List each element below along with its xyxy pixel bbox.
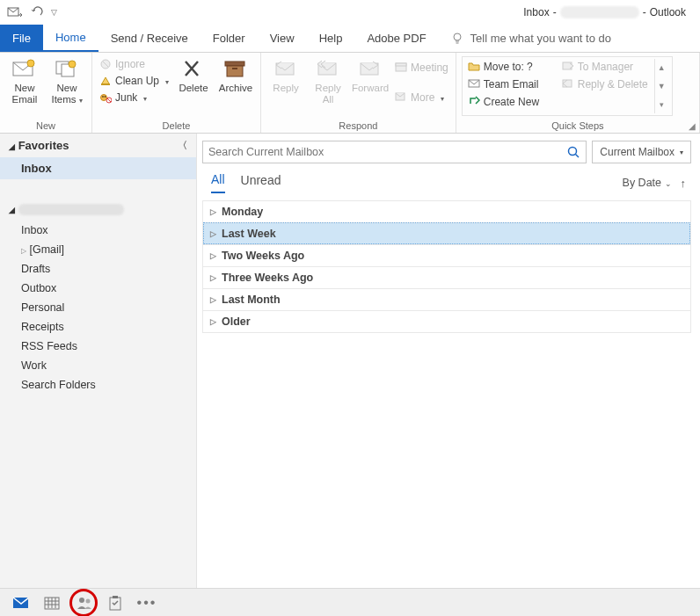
- reply-all-icon: [315, 58, 341, 81]
- collapse-pane-icon[interactable]: 〈: [178, 139, 187, 152]
- tab-home[interactable]: Home: [43, 25, 98, 52]
- folder-search-folders[interactable]: Search Folders: [0, 375, 196, 395]
- search-box[interactable]: [202, 141, 587, 163]
- tab-folder[interactable]: Folder: [201, 25, 258, 52]
- new-items-button[interactable]: New Items: [47, 56, 86, 105]
- team-email-icon: [468, 78, 480, 91]
- svg-point-9: [101, 95, 107, 101]
- ignore-button[interactable]: Ignore: [98, 56, 171, 72]
- ignore-icon: [99, 58, 112, 70]
- folder-inbox[interactable]: Inbox: [0, 221, 196, 240]
- svg-rect-13: [225, 62, 244, 66]
- account-name-redacted: [560, 6, 639, 18]
- ribbon-group-respond: Reply Reply All Forward Meeting More Res…: [261, 53, 456, 133]
- folder-gmail[interactable]: ▷ [Gmail]: [0, 240, 196, 259]
- qs-team-email[interactable]: Team Email: [466, 76, 560, 92]
- svg-point-11: [105, 96, 106, 98]
- clean-up-button[interactable]: Clean Up: [98, 73, 171, 89]
- filter-unread[interactable]: Unread: [241, 173, 281, 192]
- account-header[interactable]: ◢: [0, 195, 196, 221]
- tell-me[interactable]: Tell me what you want to do: [439, 25, 623, 52]
- qs-move-to[interactable]: Move to: ?: [466, 59, 560, 75]
- expand-icon: ▷: [210, 317, 216, 326]
- qs-scroll[interactable]: ▲▼▾: [654, 59, 668, 113]
- group-label-quicksteps: Quick Steps: [462, 120, 694, 133]
- qs-reply-delete[interactable]: Reply & Delete: [560, 76, 654, 92]
- forward-icon: [357, 58, 383, 81]
- svg-rect-15: [232, 68, 237, 69]
- folder-rss[interactable]: RSS Feeds: [0, 337, 196, 356]
- svg-point-10: [102, 96, 104, 98]
- svg-point-25: [569, 148, 577, 156]
- people-view-icon[interactable]: [76, 595, 91, 611]
- folder-personal[interactable]: Personal: [0, 298, 196, 317]
- quicksteps-launcher-icon[interactable]: ◢: [689, 121, 696, 131]
- account-name-redacted: [18, 204, 124, 215]
- group-monday[interactable]: ▷Monday: [203, 201, 690, 222]
- group-label-delete: Delete: [98, 120, 255, 133]
- group-three-weeks[interactable]: ▷Three Weeks Ago: [203, 266, 690, 288]
- quick-steps-gallery[interactable]: Move to: ? Team Email Create New To Mana…: [462, 56, 673, 116]
- expand-icon: ▷: [210, 207, 216, 216]
- window-title: Inbox - - Outlook: [523, 6, 686, 18]
- date-groups: ▷Monday ▷Last Week ▷Two Weeks Ago ▷Three…: [202, 200, 691, 333]
- calendar-view-icon[interactable]: [44, 595, 60, 611]
- sort-by-date[interactable]: By Date ⌄: [623, 177, 672, 189]
- expand-icon: ▷: [210, 229, 216, 238]
- junk-button[interactable]: Junk: [98, 90, 171, 105]
- group-older[interactable]: ▷Older: [203, 310, 690, 332]
- tasks-view-icon[interactable]: [107, 595, 123, 611]
- search-input[interactable]: [208, 146, 566, 158]
- folder-receipts[interactable]: Receipts: [0, 317, 196, 337]
- tab-view[interactable]: View: [258, 25, 307, 52]
- message-list-pane: Current Mailbox▾ All Unread By Date ⌄ ↑ …: [197, 134, 700, 588]
- tab-file[interactable]: File: [0, 25, 43, 52]
- new-email-icon: [11, 58, 38, 81]
- undo-icon[interactable]: [30, 6, 44, 18]
- folder-work[interactable]: Work: [0, 356, 196, 375]
- fav-inbox[interactable]: Inbox: [0, 157, 196, 179]
- title-bar: ▽ Inbox - - Outlook: [0, 0, 700, 25]
- lightbulb-icon: [451, 32, 463, 46]
- forward-button[interactable]: Forward: [351, 56, 390, 94]
- sort-direction-icon[interactable]: ↑: [681, 177, 687, 190]
- reply-button[interactable]: Reply: [266, 56, 305, 94]
- navigation-bar: •••: [0, 588, 700, 616]
- ribbon-tabs: File Home Send / Receive Folder View Hel…: [0, 25, 700, 53]
- qat-customize-icon[interactable]: ▽: [51, 8, 57, 17]
- favorites-header[interactable]: ◢ Favorites 〈: [0, 134, 196, 157]
- delete-icon: [180, 58, 207, 81]
- archive-button[interactable]: Archive: [216, 56, 255, 94]
- qs-to-manager[interactable]: To Manager: [560, 59, 654, 75]
- archive-icon: [222, 58, 249, 81]
- reply-all-button[interactable]: Reply All: [309, 56, 347, 105]
- new-items-icon: [54, 58, 80, 81]
- folder-pane: ◢ Favorites 〈 Inbox ◢ Inbox ▷ [Gmail] Dr…: [0, 134, 197, 588]
- nav-more-icon[interactable]: •••: [139, 595, 155, 611]
- delete-button[interactable]: Delete: [174, 56, 213, 94]
- search-icon[interactable]: [566, 145, 580, 159]
- mail-view-icon[interactable]: [12, 595, 28, 611]
- svg-rect-31: [113, 596, 118, 598]
- ribbon: New Email New Items New Ignore Clean Up …: [0, 53, 700, 134]
- more-respond-button[interactable]: More: [393, 90, 450, 105]
- qs-create-new[interactable]: Create New: [466, 94, 560, 110]
- new-email-button[interactable]: New Email: [5, 56, 44, 105]
- folder-drafts[interactable]: Drafts: [0, 259, 196, 279]
- filter-all[interactable]: All: [211, 172, 225, 193]
- group-last-month[interactable]: ▷Last Month: [203, 288, 690, 310]
- folder-outbox[interactable]: Outbox: [0, 279, 196, 298]
- tab-adobe-pdf[interactable]: Adobe PDF: [354, 25, 438, 52]
- folder-move-icon: [468, 61, 480, 73]
- group-last-week[interactable]: ▷Last Week: [203, 222, 690, 244]
- meeting-button[interactable]: Meeting: [393, 60, 450, 76]
- people-highlight-circle: [69, 589, 98, 617]
- search-scope-dropdown[interactable]: Current Mailbox▾: [592, 141, 691, 163]
- tab-help[interactable]: Help: [307, 25, 355, 52]
- sendreceive-qat-icon[interactable]: [7, 5, 23, 19]
- meeting-icon: [395, 62, 407, 74]
- group-two-weeks[interactable]: ▷Two Weeks Ago: [203, 244, 690, 266]
- tab-send-receive[interactable]: Send / Receive: [98, 25, 201, 52]
- group-label-new: New: [5, 120, 86, 133]
- quick-access-toolbar: ▽: [7, 5, 57, 19]
